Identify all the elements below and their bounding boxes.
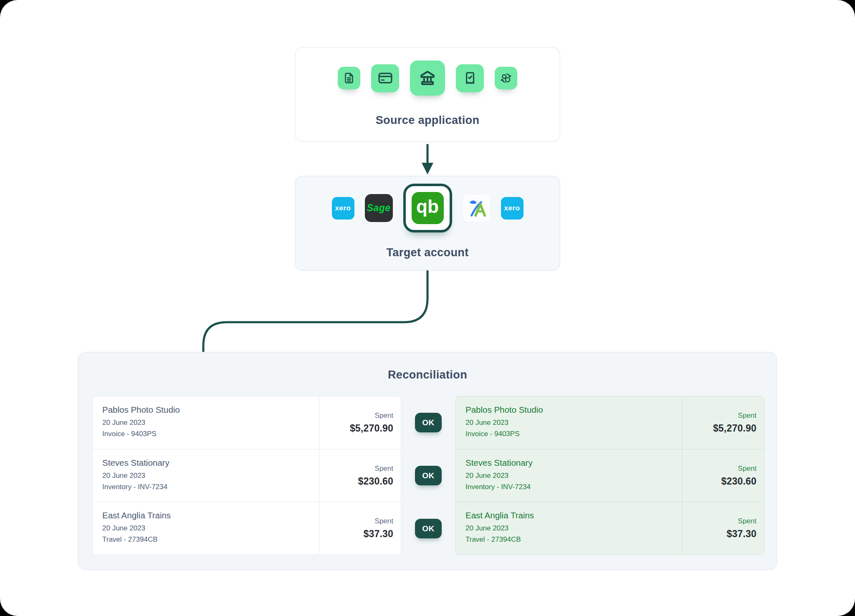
spent-label: Spent (738, 465, 756, 473)
bank-icon (417, 68, 438, 88)
transaction-date: 20 June 2023 (465, 472, 682, 480)
source-card-title: Source application (376, 114, 480, 127)
xero-logo: xero (335, 204, 351, 212)
table-row: Pablos Photo Studio 20 June 2023 Invoice… (456, 396, 764, 449)
source-option-document[interactable] (338, 67, 360, 89)
table-row: East Anglia Trains 20 June 2023 Travel -… (93, 502, 401, 554)
target-card-title: Target account (386, 246, 468, 259)
transaction-reference: Inventory - INV-7234 (465, 483, 682, 491)
transaction-reference: Inventory - INV-7234 (102, 483, 319, 491)
merchant-name: Steves Stationary (465, 458, 682, 468)
document-icon (343, 72, 355, 84)
matched-transactions-table: Pablos Photo Studio 20 June 2023 Invoice… (455, 396, 764, 555)
match-status-column: OK OK OK (401, 396, 455, 555)
reconciliation-title: Reconciliation (78, 369, 777, 381)
target-option-freeagent[interactable] (463, 194, 491, 222)
xero-logo: xero (504, 204, 520, 212)
table-row: Steves Stationary 20 June 2023 Inventory… (93, 449, 401, 502)
reconciliation-grid: Pablos Photo Studio 20 June 2023 Invoice… (92, 396, 764, 555)
target-option-xero-2[interactable]: xero (501, 197, 524, 220)
spent-amount: $5,270.90 (713, 423, 756, 434)
spent-label: Spent (375, 412, 393, 420)
spent-label: Spent (375, 517, 393, 525)
transaction-reference: Travel - 27394CB (102, 535, 319, 544)
reconciliation-panel: Reconciliation Pablos Photo Studio 20 Ju… (78, 352, 777, 570)
source-transactions-table: Pablos Photo Studio 20 June 2023 Invoice… (92, 396, 401, 555)
transaction-date: 20 June 2023 (465, 419, 682, 427)
quickbooks-logo: qb (412, 192, 444, 224)
spent-label: Spent (375, 465, 393, 473)
freeagent-logo (467, 199, 486, 218)
target-option-xero[interactable]: xero (332, 197, 354, 220)
ok-badge[interactable]: OK (415, 519, 442, 538)
illustration-canvas: Source application xero Sage qb (0, 0, 855, 616)
merchant-name: East Anglia Trains (102, 510, 319, 520)
transaction-reference: Invoice - 9403PS (465, 430, 682, 438)
arrow-source-to-target (418, 144, 437, 176)
transaction-date: 20 June 2023 (102, 524, 319, 533)
credit-card-icon (377, 70, 393, 86)
sage-logo: Sage (367, 202, 391, 214)
spent-amount: $230.60 (721, 476, 756, 487)
source-option-card[interactable] (371, 64, 399, 92)
transaction-reference: Invoice - 9403PS (102, 430, 319, 438)
table-row: Pablos Photo Studio 20 June 2023 Invoice… (93, 396, 401, 449)
transaction-date: 20 June 2023 (102, 419, 319, 427)
source-option-exchange[interactable] (495, 67, 517, 89)
transaction-date: 20 June 2023 (465, 524, 682, 533)
receipt-icon (463, 71, 478, 86)
source-application-card: Source application (295, 47, 560, 142)
target-option-quickbooks-selected[interactable]: qb (403, 184, 452, 232)
merchant-name: East Anglia Trains (465, 510, 682, 520)
spent-amount: $37.30 (363, 528, 393, 540)
exchange-icon (500, 72, 512, 84)
target-option-sage[interactable]: Sage (365, 194, 393, 222)
target-account-card: xero Sage qb xero Targ (295, 176, 560, 271)
spent-amount: $5,270.90 (350, 423, 393, 434)
spent-amount: $230.60 (358, 476, 393, 487)
spent-label: Spent (738, 412, 756, 420)
spent-amount: $37.30 (726, 528, 756, 540)
merchant-name: Pablos Photo Studio (465, 405, 682, 415)
transaction-reference: Travel - 27394CB (465, 535, 682, 544)
ok-badge[interactable]: OK (415, 466, 442, 485)
table-row: Steves Stationary 20 June 2023 Inventory… (456, 449, 764, 502)
source-icon-row (338, 61, 517, 96)
table-row: East Anglia Trains 20 June 2023 Travel -… (456, 502, 764, 554)
transaction-date: 20 June 2023 (102, 472, 319, 480)
merchant-name: Steves Stationary (102, 458, 319, 468)
merchant-name: Pablos Photo Studio (102, 405, 319, 415)
spent-label: Spent (738, 517, 756, 525)
source-option-bank[interactable] (410, 61, 445, 96)
source-option-receipt[interactable] (456, 64, 484, 92)
ok-badge[interactable]: OK (415, 413, 442, 432)
target-logo-row: xero Sage qb xero (332, 186, 524, 230)
